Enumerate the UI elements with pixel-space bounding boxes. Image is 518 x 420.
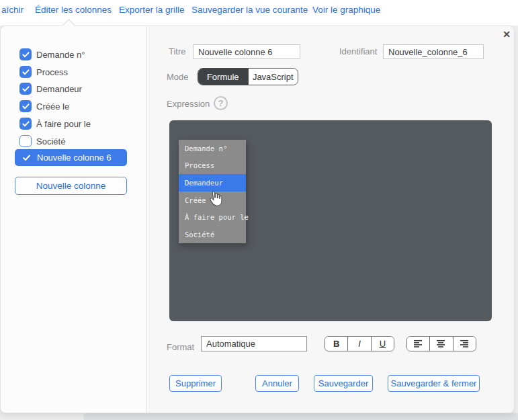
align-center-button[interactable] [429,337,452,351]
autocomplete-item[interactable]: Process [179,157,246,175]
checkbox-checked-icon[interactable] [19,100,32,112]
grid-header-strip [84,414,518,420]
align-right-icon [460,340,469,347]
format-input[interactable] [201,336,307,351]
column-label: Créée le [36,101,69,112]
column-label: Demandeur [36,84,82,94]
save-button[interactable]: Sauvegarder [314,375,373,392]
identifier-label: Identifiant [339,46,377,56]
checkbox-checked-icon[interactable] [19,48,32,60]
page-background-strip [0,413,84,420]
autocomplete-item[interactable]: Créée le [179,192,246,209]
column-label: À faire pour le [36,119,91,129]
cancel-button[interactable]: Annuler [255,375,299,392]
edit-columns-panel: Demande n° Process Demandeur Créée le À … [0,26,514,413]
text-align-group [406,336,476,351]
column-toggle-process[interactable]: Process [19,65,68,79]
text-style-group: B I U [325,336,394,351]
expression-editor[interactable]: Demande n° Process Demandeur Créée le À … [169,120,492,321]
column-toggle-creee-le[interactable]: Créée le [19,99,69,113]
grid-toolbar: aîchir Éditer les colonnes Exporter la g… [0,0,518,26]
columns-sidebar: Demande n° Process Demandeur Créée le À … [1,26,146,413]
autocomplete-item-highlighted[interactable]: Demandeur [179,174,246,192]
italic-button[interactable]: I [347,337,370,351]
mode-option-formule[interactable]: Formule [198,69,248,85]
new-column-button[interactable]: Nouvelle colonne [15,177,127,195]
selected-column-label: Nouvelle colonne 6 [37,153,112,163]
autocomplete-dropdown: Demande n° Process Demandeur Créée le À … [179,140,246,243]
mode-toggle: Formule JavaScript [198,68,298,85]
column-label: Process [36,67,68,77]
align-left-icon [414,340,423,347]
help-icon[interactable]: ? [214,96,228,110]
toolbar-link-export-grid[interactable]: Exporter la grille [119,5,185,15]
toolbar-link-view-chart[interactable]: Voir le graphique [312,5,380,15]
bold-button[interactable]: B [325,337,347,351]
align-left-button[interactable] [407,337,429,351]
autocomplete-item[interactable]: Société [179,226,246,243]
close-icon[interactable]: ✕ [501,28,513,40]
autocomplete-item[interactable]: Demande n° [179,140,246,157]
checkbox-unchecked-icon[interactable] [19,135,32,147]
save-and-close-button[interactable]: Sauvegarder & fermer [388,375,480,392]
checkbox-checked-icon[interactable] [19,66,32,78]
mode-option-javascript[interactable]: JavaScript [248,69,298,85]
format-label: Format [167,342,194,352]
check-icon [22,155,31,161]
screen: aîchir Éditer les colonnes Exporter la g… [0,0,518,420]
mode-label: Mode [167,72,189,82]
checkbox-checked-icon[interactable] [19,118,32,130]
title-label: Titre [169,46,186,56]
column-toggle-demandeur[interactable]: Demandeur [19,82,82,95]
expression-label: Expression [167,99,210,109]
checkbox-checked-icon[interactable] [19,83,32,95]
toolbar-link-save-view[interactable]: Sauvegarder la vue courante [191,5,308,15]
title-input[interactable] [193,44,300,59]
toolbar-link-refresh[interactable]: aîchir [1,5,24,15]
column-label: Société [36,136,65,146]
align-right-button[interactable] [453,337,476,351]
toolbar-link-edit-columns[interactable]: Éditer les colonnes [35,5,112,15]
column-label: Demande n° [36,50,85,60]
autocomplete-item[interactable]: À faire pour le [179,209,246,226]
delete-button[interactable]: Supprimer [169,375,222,392]
column-toggle-demande-n[interactable]: Demande n° [19,48,85,61]
identifier-input[interactable] [383,44,484,59]
column-toggle-a-faire-pour-le[interactable]: À faire pour le [19,117,91,130]
column-editor-form: ✕ Titre Identifiant Mode Formule JavaScr… [146,26,514,413]
align-center-icon [437,340,445,347]
column-toggle-societe[interactable]: Société [19,134,65,148]
selected-column-item[interactable]: Nouvelle colonne 6 [15,149,127,166]
underline-button[interactable]: U [371,337,394,351]
